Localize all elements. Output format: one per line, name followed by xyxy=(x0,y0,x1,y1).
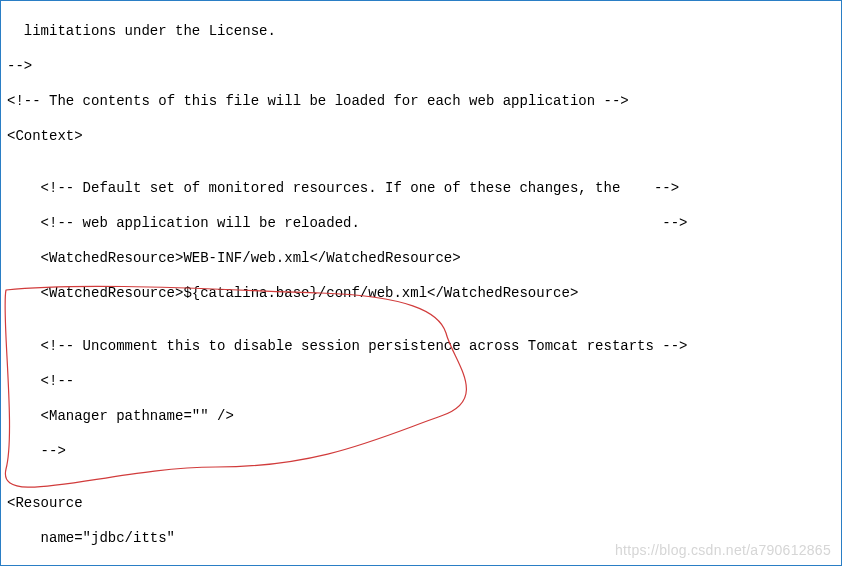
code-block: limitations under the License. --> <!-- … xyxy=(7,5,835,566)
code-line: <!-- web application will be reloaded. -… xyxy=(7,215,835,233)
code-line: <!-- Uncomment this to disable session p… xyxy=(7,338,835,356)
code-line: <!-- The contents of this file will be l… xyxy=(7,93,835,111)
watermark-text: https://blog.csdn.net/a790612865 xyxy=(615,542,831,560)
code-line: <!-- xyxy=(7,373,835,391)
code-line: <Resource xyxy=(7,495,835,513)
code-line: --> xyxy=(7,443,835,461)
code-line: <Context> xyxy=(7,128,835,146)
code-line: <!-- Default set of monitored resources.… xyxy=(7,180,835,198)
code-line: <WatchedResource>WEB-INF/web.xml</Watche… xyxy=(7,250,835,268)
code-line: --> xyxy=(7,58,835,76)
code-line: <WatchedResource>${catalina.base}/conf/w… xyxy=(7,285,835,303)
code-line: limitations under the License. xyxy=(7,23,835,41)
code-line: <Manager pathname="" /> xyxy=(7,408,835,426)
